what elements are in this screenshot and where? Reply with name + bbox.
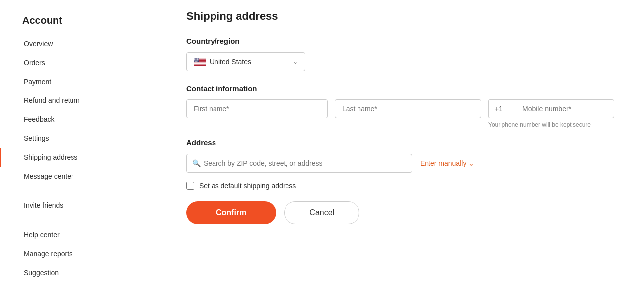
svg-point-44 — [196, 61, 197, 62]
chevron-down-icon: ⌄ — [468, 159, 474, 167]
phone-code: +1 — [488, 99, 515, 118]
sidebar-item-settings[interactable]: Settings — [0, 129, 166, 148]
address-section-label: Address — [186, 138, 624, 147]
address-search-row: 🔍 Enter manually ⌄ — [186, 154, 624, 173]
country-dropdown[interactable]: United States ⌄ — [186, 52, 305, 71]
svg-point-45 — [197, 61, 197, 62]
sidebar-nav-secondary: Invite friends — [0, 196, 166, 215]
svg-point-29 — [197, 59, 198, 60]
svg-point-40 — [197, 61, 198, 61]
svg-point-31 — [195, 60, 195, 60]
sidebar-nav-main: Overview Orders Payment Refund and retur… — [0, 34, 166, 186]
sidebar-item-orders[interactable]: Orders — [0, 53, 166, 72]
svg-point-32 — [195, 60, 196, 60]
svg-rect-8 — [194, 63, 206, 63]
sidebar-divider-2 — [0, 220, 166, 220]
svg-point-30 — [198, 59, 199, 60]
svg-point-39 — [197, 61, 197, 61]
svg-point-21 — [195, 59, 196, 59]
sidebar-item-suggestion[interactable]: Suggestion — [0, 263, 166, 282]
chevron-down-icon: ⌄ — [293, 58, 298, 65]
svg-point-15 — [195, 58, 196, 59]
default-address-checkbox[interactable] — [186, 182, 194, 190]
sidebar: Account Overview Orders Payment Refund a… — [0, 0, 166, 286]
enter-manually-button[interactable]: Enter manually ⌄ — [420, 159, 474, 167]
sidebar-divider-1 — [0, 191, 166, 191]
last-name-input[interactable] — [335, 99, 481, 118]
address-section: Address 🔍 Enter manually ⌄ — [186, 138, 624, 173]
sidebar-item-invite-friends[interactable]: Invite friends — [0, 196, 166, 215]
svg-point-20 — [195, 59, 195, 59]
sidebar-item-ds-center[interactable]: DS Center — [0, 282, 166, 286]
sidebar-item-refund-and-return[interactable]: Refund and return — [0, 91, 166, 110]
sidebar-item-manage-reports[interactable]: Manage reports — [0, 244, 166, 263]
sidebar-item-shipping-address[interactable]: Shipping address — [0, 148, 166, 167]
svg-point-18 — [197, 58, 198, 59]
svg-point-33 — [196, 60, 197, 60]
address-search-wrap: 🔍 — [186, 154, 412, 173]
contact-row: +1 Your phone number will be kept secure — [186, 99, 624, 128]
confirm-button[interactable]: Confirm — [186, 201, 276, 224]
svg-point-43 — [195, 61, 196, 62]
first-name-input[interactable] — [186, 99, 328, 118]
svg-point-14 — [194, 58, 195, 59]
svg-point-25 — [194, 59, 195, 60]
sidebar-item-message-center[interactable]: Message center — [0, 167, 166, 186]
sidebar-item-payment[interactable]: Payment — [0, 72, 166, 91]
svg-point-34 — [197, 60, 197, 60]
page-title: Shipping address — [186, 10, 624, 23]
svg-rect-11 — [194, 65, 206, 65]
phone-group: +1 Your phone number will be kept secure — [488, 99, 614, 128]
svg-point-26 — [195, 59, 196, 60]
svg-point-28 — [197, 59, 197, 60]
svg-point-41 — [198, 61, 199, 61]
svg-point-17 — [197, 58, 197, 59]
svg-point-23 — [197, 59, 197, 59]
svg-point-37 — [195, 61, 196, 61]
svg-point-36 — [194, 61, 195, 61]
main-content: Shipping address Country/region — [166, 0, 644, 286]
button-row: Confirm Cancel — [186, 201, 624, 224]
country-name: United States — [210, 58, 289, 66]
checkbox-row: Set as default shipping address — [186, 182, 624, 190]
mobile-input[interactable] — [515, 99, 614, 118]
sidebar-item-overview[interactable]: Overview — [0, 34, 166, 53]
svg-rect-10 — [194, 64, 206, 64]
svg-point-42 — [195, 61, 195, 62]
contact-section-label: Contact information — [186, 84, 624, 93]
svg-point-16 — [196, 58, 196, 59]
phone-row: +1 — [488, 99, 614, 118]
svg-point-22 — [196, 59, 197, 59]
cancel-button[interactable]: Cancel — [284, 201, 359, 224]
svg-point-38 — [196, 61, 196, 61]
svg-point-27 — [196, 59, 196, 60]
country-section-label: Country/region — [186, 37, 624, 45]
search-icon: 🔍 — [192, 159, 201, 167]
svg-point-46 — [198, 61, 198, 62]
svg-point-35 — [198, 60, 198, 60]
sidebar-item-help-center[interactable]: Help center — [0, 225, 166, 244]
sidebar-item-feedback[interactable]: Feedback — [0, 110, 166, 129]
checkbox-label: Set as default shipping address — [199, 182, 296, 190]
svg-point-19 — [198, 58, 199, 59]
phone-hint: Your phone number will be kept secure — [488, 121, 614, 128]
svg-rect-9 — [194, 63, 206, 64]
svg-rect-7 — [194, 62, 206, 63]
us-flag-icon — [194, 58, 206, 66]
address-search-input[interactable] — [186, 154, 412, 173]
enter-manually-label: Enter manually — [420, 159, 466, 167]
sidebar-title: Account — [0, 10, 166, 34]
sidebar-nav-tertiary: Help center Manage reports Suggestion DS… — [0, 225, 166, 286]
svg-rect-12 — [194, 65, 206, 66]
svg-point-24 — [198, 59, 198, 59]
